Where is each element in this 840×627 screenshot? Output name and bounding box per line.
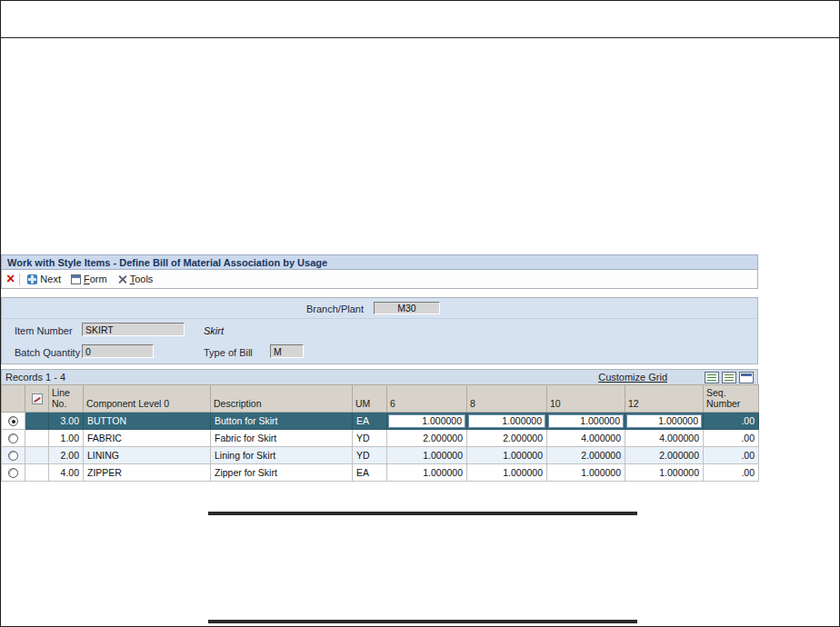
- cell-seq[interactable]: .00: [704, 413, 759, 430]
- cell-size6: [387, 413, 467, 430]
- cell-size12[interactable]: 4.000000: [625, 430, 704, 447]
- select-column-header: [2, 385, 25, 413]
- top-rule: [1, 37, 840, 38]
- cell-size12[interactable]: 1.000000: [625, 464, 704, 482]
- cell-component[interactable]: LINING: [84, 447, 211, 464]
- row-select-cell[interactable]: [2, 430, 25, 447]
- row-select-cell[interactable]: [2, 413, 25, 430]
- cell-line-no[interactable]: 2.00: [49, 447, 84, 464]
- size6-input[interactable]: [388, 414, 465, 428]
- tools-menu[interactable]: Tools: [115, 273, 156, 285]
- size8-input[interactable]: [468, 414, 545, 428]
- cell-size12[interactable]: 2.000000: [625, 447, 704, 464]
- size12-input[interactable]: [626, 414, 702, 428]
- table-row[interactable]: 2.00 LINING Lining for Skirt YD 1.000000…: [2, 447, 759, 464]
- cell-component[interactable]: BUTTON: [84, 413, 211, 430]
- grid-topbar: Records 1 - 4 Customize Grid: [1, 369, 758, 384]
- cell-size8[interactable]: 1.000000: [467, 464, 547, 482]
- col-header-size12[interactable]: 12: [625, 385, 704, 413]
- cell-size10[interactable]: 2.000000: [547, 447, 625, 464]
- cell-size8: [467, 413, 547, 430]
- grid-header-row: Line No. Component Level 0 Description U…: [2, 385, 759, 413]
- edit-cell[interactable]: [25, 413, 49, 430]
- col-header-size8[interactable]: 8: [467, 385, 547, 413]
- col-header-seq[interactable]: Seq. Number: [704, 385, 759, 413]
- cell-component[interactable]: ZIPPER: [84, 464, 211, 482]
- cell-line-no[interactable]: 4.00: [49, 464, 84, 482]
- row-select-radio[interactable]: [8, 433, 18, 443]
- row-select-cell[interactable]: [2, 464, 25, 482]
- cell-um[interactable]: YD: [353, 430, 387, 447]
- batch-quantity-field[interactable]: [82, 344, 154, 358]
- tools-icon: [117, 274, 127, 284]
- edit-cell[interactable]: [25, 447, 49, 464]
- type-of-bill-field[interactable]: [270, 344, 304, 358]
- cell-size8[interactable]: 2.000000: [467, 430, 547, 447]
- cell-component[interactable]: FABRIC: [84, 430, 211, 447]
- col-header-component[interactable]: Component Level 0: [84, 385, 211, 413]
- cell-um[interactable]: EA: [353, 413, 387, 430]
- size10-input[interactable]: [548, 414, 624, 428]
- customize-grid-link[interactable]: Customize Grid: [598, 372, 667, 383]
- branch-plant-label: Branch/Plant: [306, 304, 364, 314]
- excel-export-icon[interactable]: [705, 372, 719, 383]
- edit-cell[interactable]: [25, 464, 49, 482]
- row-select-radio[interactable]: [8, 451, 18, 461]
- col-header-description[interactable]: Description: [211, 385, 353, 413]
- edit-pencil-icon: [32, 393, 43, 404]
- form-icon: [71, 274, 81, 284]
- double-rule-top: [208, 512, 637, 515]
- toolbar: × Next Form Tools: [1, 270, 758, 289]
- form-header-area: Branch/Plant Item Number Skirt Batch Qua…: [1, 297, 758, 364]
- cell-size12: [625, 413, 704, 430]
- cell-line-no[interactable]: 1.00: [49, 430, 84, 447]
- cell-size6[interactable]: 2.000000: [387, 430, 467, 447]
- type-of-bill-label: Type of Bill: [204, 347, 253, 358]
- col-header-line-no[interactable]: Line No.: [49, 385, 84, 413]
- form-menu[interactable]: Form: [68, 273, 110, 285]
- cell-seq[interactable]: .00: [704, 464, 759, 482]
- next-label: Next: [40, 274, 61, 284]
- records-count: Records 1 - 4: [5, 372, 65, 383]
- tools-label: Tools: [130, 274, 154, 284]
- item-number-field[interactable]: [82, 323, 185, 336]
- cell-um[interactable]: EA: [353, 464, 387, 482]
- cell-size10: [547, 413, 625, 430]
- expand-grid-icon[interactable]: [739, 372, 754, 383]
- edit-cell[interactable]: [25, 430, 49, 447]
- csv-export-icon[interactable]: [722, 372, 736, 383]
- window-title-bar: Work with Style Items - Define Bill of M…: [1, 254, 758, 270]
- toolbar-separator: [19, 274, 20, 285]
- cell-um[interactable]: YD: [353, 447, 387, 464]
- col-header-um[interactable]: UM: [353, 385, 387, 413]
- row-select-radio[interactable]: [8, 468, 18, 478]
- row-select-cell[interactable]: [2, 447, 25, 464]
- cell-description[interactable]: Zipper for Skirt: [211, 464, 353, 482]
- cell-size10[interactable]: 4.000000: [547, 430, 625, 447]
- cell-size6[interactable]: 1.000000: [387, 447, 467, 464]
- cell-description[interactable]: Lining for Skirt: [211, 447, 353, 464]
- table-row[interactable]: 4.00 ZIPPER Zipper for Skirt EA 1.000000…: [2, 464, 759, 482]
- table-row[interactable]: 3.00 BUTTON Button for Skirt EA .00: [2, 413, 759, 430]
- cell-size8[interactable]: 1.000000: [467, 447, 547, 464]
- batch-quantity-label: Batch Quantity: [15, 347, 80, 358]
- cell-size10[interactable]: 1.000000: [547, 464, 625, 482]
- window-title: Work with Style Items - Define Bill of M…: [7, 257, 327, 268]
- close-button[interactable]: ×: [6, 273, 15, 285]
- cell-size6[interactable]: 1.000000: [387, 464, 467, 482]
- edit-column-header[interactable]: [25, 385, 49, 413]
- cell-line-no[interactable]: 3.00: [49, 413, 84, 430]
- table-row[interactable]: 1.00 FABRIC Fabric for Skirt YD 2.000000…: [2, 430, 759, 447]
- col-header-size10[interactable]: 10: [547, 385, 625, 413]
- page: Work with Style Items - Define Bill of M…: [0, 0, 840, 627]
- branch-plant-field[interactable]: [374, 302, 440, 314]
- next-button[interactable]: Next: [25, 273, 64, 285]
- double-rule-bottom: [208, 620, 637, 623]
- row-select-radio[interactable]: [8, 416, 18, 426]
- cell-description[interactable]: Fabric for Skirt: [211, 430, 353, 447]
- cell-seq[interactable]: .00: [704, 447, 759, 464]
- col-header-size6[interactable]: 6: [387, 385, 467, 413]
- cell-seq[interactable]: .00: [704, 430, 759, 447]
- next-icon: [27, 274, 37, 284]
- cell-description[interactable]: Button for Skirt: [211, 413, 353, 430]
